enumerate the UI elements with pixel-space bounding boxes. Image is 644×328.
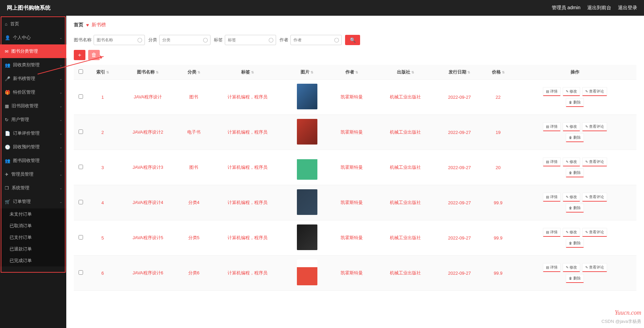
- category-label: 分类: [148, 37, 157, 43]
- row-checkbox[interactable]: [79, 165, 83, 169]
- sidebar-sub-2[interactable]: 已支付订单: [10, 232, 66, 243]
- sidebar-item-4[interactable]: 🎤新书榜管理⌄: [0, 72, 66, 85]
- row-checkbox[interactable]: [79, 270, 83, 275]
- row-checkbox[interactable]: [79, 94, 83, 99]
- row-checkbox[interactable]: [79, 200, 83, 204]
- sidebar-item-10[interactable]: 👥图书回收管理⌄: [0, 154, 66, 167]
- detail-button[interactable]: ▤详情: [543, 122, 561, 131]
- row-checkbox[interactable]: [79, 235, 83, 240]
- logout-link[interactable]: 退出登录: [618, 5, 637, 11]
- chevron-down-icon: ⌄: [59, 159, 62, 163]
- sidebar-sub-0[interactable]: 未支付订单: [10, 208, 66, 220]
- edit-icon: ✎: [566, 160, 568, 164]
- cell-tag: 计算机编程，程序员: [209, 115, 285, 150]
- chevron-down-icon: ⌄: [59, 118, 62, 122]
- col-label: 操作: [571, 69, 579, 74]
- to-front-link[interactable]: 退出到前台: [587, 5, 611, 11]
- sidebar-item-7[interactable]: ↻用户管理⌄: [0, 113, 66, 126]
- admin-label[interactable]: 管理员 admin: [552, 5, 580, 11]
- delete-button[interactable]: 🗑删除: [566, 274, 584, 283]
- sidebar-item-11[interactable]: ✈管理员管理⌄: [0, 167, 66, 181]
- edit-button[interactable]: ✎修改: [563, 158, 580, 166]
- add-button[interactable]: ＋: [74, 50, 85, 60]
- comments-button[interactable]: ✎查看评论: [582, 263, 607, 272]
- send-icon: ✈: [5, 172, 9, 177]
- search-button[interactable]: 🔍: [345, 35, 360, 45]
- sidebar-item-label: 订单管理: [13, 199, 31, 205]
- sidebar-item-3[interactable]: 👥回收类别管理⌄: [0, 58, 66, 72]
- detail-button[interactable]: ▤详情: [543, 87, 561, 96]
- clear-icon[interactable]: ◯: [137, 37, 142, 42]
- edit-button[interactable]: ✎修改: [563, 122, 580, 131]
- cell-price: 99.9: [483, 220, 513, 256]
- comments-button[interactable]: ✎查看评论: [582, 158, 607, 166]
- grid-icon: ▦: [5, 104, 9, 109]
- sort-icon[interactable]: ⇅: [502, 70, 505, 74]
- sidebar-item-1[interactable]: 👤个人中心⌄: [0, 31, 66, 44]
- sort-icon[interactable]: ⇅: [156, 70, 159, 74]
- cell-idx: 5: [87, 220, 118, 256]
- sidebar-item-label: 用户管理: [11, 117, 29, 123]
- comments-button[interactable]: ✎查看评论: [582, 193, 607, 202]
- sort-icon[interactable]: ⇅: [355, 70, 358, 74]
- data-table: 索引⇅图书名称⇅分类⇅标签⇅图片⇅作者⇅出版社⇅发行日期⇅价格⇅操作 1JAVA…: [74, 65, 636, 291]
- sidebar-item-2[interactable]: ✉图书分类管理⌄: [0, 44, 66, 58]
- sidebar-item-0[interactable]: ⌂首页: [0, 17, 66, 31]
- delete-button[interactable]: 🗑删除: [566, 168, 584, 177]
- sort-icon[interactable]: ⇅: [311, 70, 313, 74]
- clear-icon[interactable]: ◯: [334, 37, 339, 42]
- edit-button[interactable]: ✎修改: [563, 228, 580, 237]
- sidebar-item-12[interactable]: ❐系统管理⌄: [0, 181, 66, 195]
- clear-icon[interactable]: ◯: [269, 37, 274, 42]
- sidebar-item-9[interactable]: 🕒回收预约管理⌄: [0, 140, 66, 154]
- cell-author: 凯霍斯特曼: [329, 256, 375, 291]
- select-all-checkbox[interactable]: [79, 69, 83, 74]
- book-thumb: [297, 189, 317, 215]
- chevron-down-icon: ⌄: [59, 186, 62, 190]
- delete-button[interactable]: 🗑删除: [566, 98, 584, 107]
- comment-icon: ✎: [585, 195, 588, 199]
- col-header-2: 图书名称⇅: [118, 65, 178, 80]
- main-panel: 首页 ♥ 新书榜 图书名称 ◯ 分类 ◯ 标签 ◯ 作者 ◯ 🔍: [66, 16, 644, 328]
- detail-button[interactable]: ▤详情: [543, 263, 561, 272]
- edit-button[interactable]: ✎修改: [563, 193, 580, 202]
- col-header-5: 图片⇅: [285, 65, 329, 80]
- delete-button[interactable]: 🗑删除: [566, 133, 584, 142]
- cell-ops: ▤详情✎修改✎查看评论🗑删除: [513, 80, 636, 115]
- detail-button[interactable]: ▤详情: [543, 193, 561, 202]
- sort-icon[interactable]: ⇅: [251, 70, 254, 74]
- delete-button[interactable]: 🗑删除: [566, 204, 584, 213]
- comment-icon: ✎: [585, 230, 588, 234]
- cell-date: 2022-09-27: [436, 256, 483, 291]
- sidebar-item-5[interactable]: 🎁特价区管理⌄: [0, 85, 66, 99]
- detail-button[interactable]: ▤详情: [543, 158, 561, 166]
- trash-icon: 🗑: [569, 276, 572, 280]
- chevron-down-icon: ⌄: [59, 91, 62, 94]
- crumb-home[interactable]: 首页: [74, 22, 83, 28]
- sidebar-item-13[interactable]: 🛒订单管理⌄: [0, 195, 66, 208]
- col-label: 价格: [492, 69, 501, 74]
- comments-button[interactable]: ✎查看评论: [582, 228, 607, 237]
- edit-button[interactable]: ✎修改: [563, 87, 580, 96]
- sidebar-item-8[interactable]: 📄订单评价管理⌄: [0, 126, 66, 140]
- sidebar-item-6[interactable]: ▦旧书回收管理⌄: [0, 99, 66, 113]
- sidebar-sub-4[interactable]: 已完成订单: [10, 255, 66, 266]
- detail-button[interactable]: ▤详情: [543, 228, 561, 237]
- users-icon: 👥: [5, 63, 10, 68]
- comments-button[interactable]: ✎查看评论: [582, 87, 607, 96]
- sort-icon[interactable]: ⇅: [467, 70, 470, 74]
- trash-icon: 🗑: [569, 171, 572, 175]
- sort-icon[interactable]: ⇅: [411, 70, 414, 74]
- filter-bar: 图书名称 ◯ 分类 ◯ 标签 ◯ 作者 ◯ 🔍: [74, 35, 636, 45]
- delete-button[interactable]: 🗑删除: [566, 239, 584, 248]
- edit-button[interactable]: ✎修改: [563, 263, 580, 272]
- sidebar-item-label: 首页: [10, 21, 19, 27]
- sidebar-sub-3[interactable]: 已退款订单: [10, 243, 66, 255]
- comments-button[interactable]: ✎查看评论: [582, 122, 607, 131]
- row-checkbox[interactable]: [79, 129, 83, 134]
- sort-icon[interactable]: ⇅: [106, 70, 109, 74]
- sort-icon[interactable]: ⇅: [197, 70, 200, 74]
- sidebar-sub-1[interactable]: 已取消订单: [10, 220, 66, 232]
- clear-icon[interactable]: ◯: [203, 37, 208, 42]
- top-bar: 网上图书购物系统 管理员 admin 退出到前台 退出登录: [0, 0, 644, 16]
